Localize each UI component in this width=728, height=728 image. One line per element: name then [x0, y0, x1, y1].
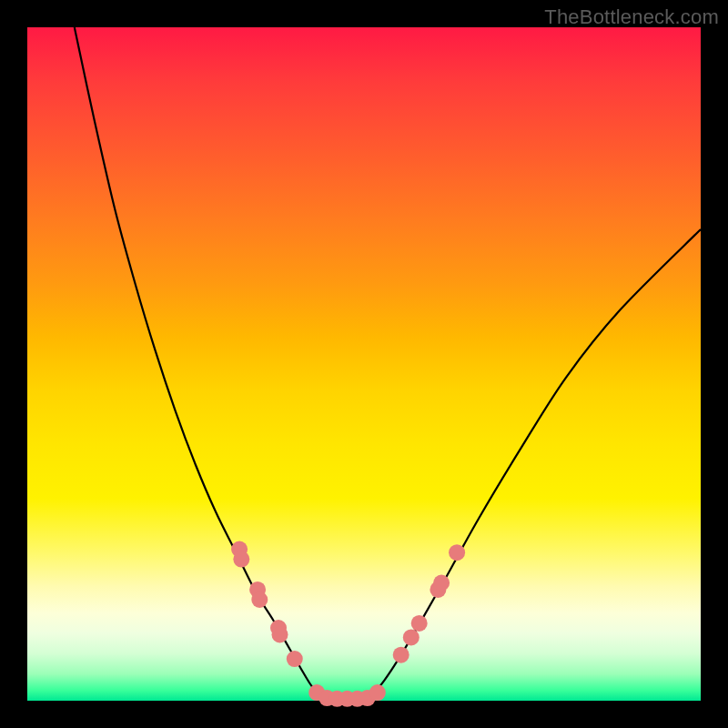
data-point	[369, 684, 386, 701]
chart-overlay	[27, 27, 701, 701]
watermark-text: TheBottleneck.com	[544, 5, 719, 29]
left-curve	[75, 27, 320, 697]
data-point	[393, 647, 410, 663]
data-point	[433, 575, 450, 592]
curves	[75, 27, 701, 697]
data-point	[411, 615, 428, 632]
data-point	[251, 592, 268, 608]
data-point	[233, 551, 249, 568]
data-point	[403, 629, 420, 645]
markers	[231, 541, 465, 707]
data-point	[272, 626, 288, 642]
data-point	[449, 544, 465, 561]
outer-frame: TheBottleneck.com	[0, 0, 728, 728]
data-point	[287, 651, 303, 667]
